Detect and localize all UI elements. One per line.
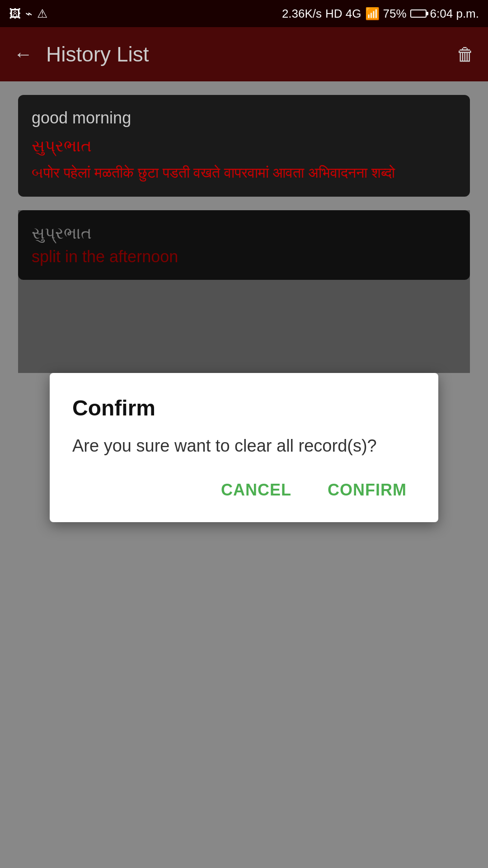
- dialog-actions: CANCEL CONFIRM: [72, 476, 416, 509]
- battery-icon: [410, 7, 427, 21]
- history-card-1[interactable]: good morning સુપ્રભાત બपोर पहेलां मळतीके…: [18, 95, 470, 197]
- card-gujarati-word-1: સુપ્રભાત: [32, 137, 456, 156]
- history-card-2[interactable]: સુપ્રભાત Confirm Are you sure want to cl…: [18, 210, 470, 280]
- back-button[interactable]: ←: [14, 43, 33, 65]
- warning-icon: ⚠: [37, 7, 47, 21]
- time: 6:04 p.m.: [430, 7, 479, 21]
- cancel-button[interactable]: CANCEL: [212, 476, 300, 504]
- image-icon: 🖼: [9, 7, 21, 21]
- battery-percent: 75%: [383, 7, 407, 21]
- content-area: good morning સુપ્રભાત બपोर पहेलां मळतीके…: [0, 81, 488, 307]
- card-gujarati-desc-1: બपोर पहेलां मळतीके छुटा पडती वखते वापरवा…: [32, 163, 456, 183]
- card-english-1: good morning: [32, 108, 456, 127]
- page-title: History List: [46, 42, 443, 66]
- status-bar-right: 2.36K/s HD 4G 📶 75% 6:04 p.m.: [282, 7, 479, 21]
- dialog-overlay: Confirm Are you sure want to clear all r…: [18, 210, 470, 373]
- dialog-message: Are you sure want to clear all record(s)…: [72, 434, 416, 458]
- dialog-title: Confirm: [72, 396, 416, 420]
- app-bar: ← History List 🗑: [0, 27, 488, 81]
- usb-icon: ⌁: [25, 7, 33, 21]
- network-speed: 2.36K/s: [282, 7, 322, 21]
- status-bar-left: 🖼 ⌁ ⚠: [9, 7, 47, 21]
- network-type: HD 4G: [325, 7, 361, 21]
- confirm-dialog: Confirm Are you sure want to clear all r…: [50, 373, 438, 522]
- confirm-button[interactable]: CONFIRM: [319, 476, 416, 504]
- signal-bars: 📶: [365, 7, 380, 21]
- delete-button[interactable]: 🗑: [456, 44, 474, 65]
- status-bar: 🖼 ⌁ ⚠ 2.36K/s HD 4G 📶 75% 6:04 p.m.: [0, 0, 488, 27]
